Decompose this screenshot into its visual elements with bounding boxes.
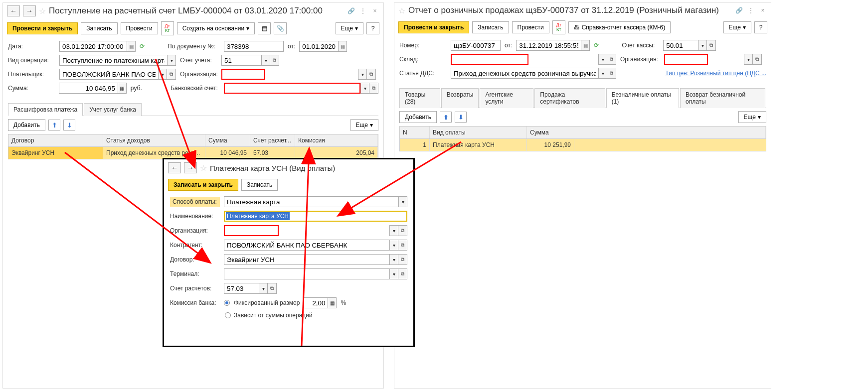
dropdown-icon[interactable]: ▾ <box>389 268 398 279</box>
favorite-icon[interactable]: ☆ <box>39 6 46 16</box>
dropdown-icon[interactable]: ▾ <box>598 68 607 79</box>
open-icon[interactable]: ⧉ <box>607 54 616 65</box>
dtkt-button[interactable]: ДтКт <box>161 21 174 35</box>
more-button[interactable]: Еще ▾ <box>336 22 363 34</box>
tab-cashless-payments[interactable]: Безналичные оплаты (1) <box>606 88 679 108</box>
settle-acc-input[interactable] <box>224 283 259 294</box>
doc-from-input[interactable] <box>299 41 338 52</box>
dropdown-icon[interactable]: ▾ <box>389 254 398 265</box>
price-type-link[interactable]: Тип цен: Розничный тип цен (НДС ... <box>665 70 766 77</box>
dropdown-icon[interactable]: ▾ <box>261 55 270 66</box>
sum-input[interactable] <box>59 83 118 94</box>
tab-returns[interactable]: Возвраты <box>441 88 479 108</box>
calendar-icon[interactable]: ▦ <box>338 41 347 52</box>
th-sum[interactable]: Сумма <box>205 134 250 146</box>
add-button[interactable]: Добавить <box>8 119 45 131</box>
org-input[interactable] <box>664 54 708 65</box>
move-up-icon[interactable]: ⬆ <box>48 120 60 130</box>
back-button[interactable]: ← <box>7 5 20 16</box>
radio-depends[interactable] <box>225 312 231 318</box>
forward-button[interactable]: → <box>184 162 197 173</box>
save-close-button[interactable]: Провести и закрыть <box>398 21 469 33</box>
km6-button[interactable]: 🖷 Справка-отчет кассира (КМ-6) <box>568 21 671 33</box>
th-n[interactable]: N <box>400 127 430 138</box>
calendar-icon[interactable]: ▦ <box>127 41 136 52</box>
refresh-icon[interactable]: ⟳ <box>140 43 145 50</box>
calc-icon[interactable]: ▦ <box>118 83 127 94</box>
tab-goods[interactable]: Товары (28) <box>399 88 440 108</box>
dropdown-icon[interactable]: ▾ <box>259 283 268 294</box>
name-input[interactable]: Платежная карта УСН <box>224 211 407 222</box>
account-input[interactable] <box>221 55 261 66</box>
registry-icon[interactable]: ▤ <box>258 22 271 34</box>
open-icon[interactable]: ⧉ <box>167 69 176 80</box>
org-input[interactable] <box>224 225 279 236</box>
post-button[interactable]: Провести <box>121 22 158 34</box>
link-icon[interactable]: 🔗 <box>347 6 355 15</box>
open-icon[interactable]: ⧉ <box>270 55 279 66</box>
link-icon[interactable]: 🔗 <box>734 6 743 15</box>
move-up-icon[interactable]: ⬆ <box>440 112 452 123</box>
open-icon[interactable]: ⧉ <box>369 83 378 94</box>
contract-input[interactable] <box>224 254 389 265</box>
help-button[interactable]: ? <box>754 21 767 33</box>
open-icon[interactable]: ⧉ <box>398 254 407 265</box>
commission-val-input[interactable] <box>304 297 328 308</box>
open-icon[interactable]: ⧉ <box>607 68 616 79</box>
warehouse-input[interactable] <box>451 54 528 65</box>
tab-payment-details[interactable]: Расшифровка платежа <box>8 103 83 116</box>
open-icon[interactable]: ⧉ <box>398 225 407 236</box>
dtkt-button[interactable]: ДтКт <box>552 20 565 34</box>
write-button[interactable]: Записать <box>241 179 278 191</box>
dropdown-icon[interactable]: ▾ <box>358 69 367 80</box>
th-commission[interactable]: Комиссия <box>295 134 378 146</box>
tab-bank-services[interactable]: Учет услуг банка <box>84 103 142 116</box>
dropdown-icon[interactable]: ▾ <box>598 54 607 65</box>
move-down-icon[interactable]: ⬇ <box>455 112 467 123</box>
th-payment-type[interactable]: Вид оплаты <box>430 127 527 138</box>
dropdown-icon[interactable]: ▾ <box>360 83 369 94</box>
open-icon[interactable]: ⧉ <box>753 54 762 65</box>
dropdown-icon[interactable]: ▾ <box>398 196 407 207</box>
menu-icon[interactable]: ⋮ <box>358 6 367 15</box>
table-more-button[interactable]: Еще ▾ <box>350 119 378 131</box>
org-input[interactable] <box>221 69 265 80</box>
open-icon[interactable]: ⧉ <box>398 240 407 251</box>
favorite-icon[interactable]: ☆ <box>200 163 207 173</box>
open-icon[interactable]: ⧉ <box>367 69 376 80</box>
close-icon[interactable]: × <box>370 6 379 15</box>
op-type-input[interactable] <box>59 55 167 66</box>
th-contract[interactable]: Договор <box>8 134 103 146</box>
write-button[interactable]: Записать <box>81 22 117 34</box>
dropdown-icon[interactable]: ▾ <box>389 240 398 251</box>
dropdown-icon[interactable]: ▾ <box>167 55 176 66</box>
from-input[interactable] <box>516 40 581 51</box>
cash-acc-input[interactable] <box>663 40 698 51</box>
close-icon[interactable]: × <box>758 6 767 15</box>
method-input[interactable] <box>224 196 398 207</box>
menu-icon[interactable]: ⋮ <box>746 6 755 15</box>
forward-button[interactable]: → <box>23 5 36 16</box>
write-button[interactable]: Записать <box>472 21 509 33</box>
save-close-button[interactable]: Записать и закрыть <box>168 179 238 191</box>
th-income-item[interactable]: Статья доходов <box>103 134 205 146</box>
dropdown-icon[interactable]: ▾ <box>698 40 707 51</box>
move-down-icon[interactable]: ⬇ <box>63 120 75 130</box>
radio-fixed[interactable] <box>224 300 230 306</box>
help-button[interactable]: ? <box>366 22 379 34</box>
tab-certificates[interactable]: Продажа сертификатов <box>534 88 605 108</box>
more-button[interactable]: Еще ▾ <box>723 21 751 33</box>
attach-icon[interactable]: 📎 <box>274 22 287 34</box>
table-more-button[interactable]: Еще ▾ <box>738 111 766 123</box>
open-icon[interactable]: ⧉ <box>268 283 277 294</box>
favorite-icon[interactable]: ☆ <box>398 6 405 15</box>
back-button[interactable]: ← <box>168 162 181 173</box>
save-close-button[interactable]: Провести и закрыть <box>7 22 78 34</box>
table-row[interactable]: Эквайринг УСН Приход денежных средств ро… <box>8 147 378 159</box>
tab-agency[interactable]: Агентские услуги <box>480 88 533 108</box>
table-row[interactable]: 1 Платежная карта УСН 10 251,99 <box>400 139 766 151</box>
doc-num-input[interactable] <box>224 41 284 52</box>
th-settle-acc[interactable]: Счет расчет... <box>250 134 295 146</box>
terminal-input[interactable] <box>224 268 389 279</box>
open-icon[interactable]: ⧉ <box>398 268 407 279</box>
